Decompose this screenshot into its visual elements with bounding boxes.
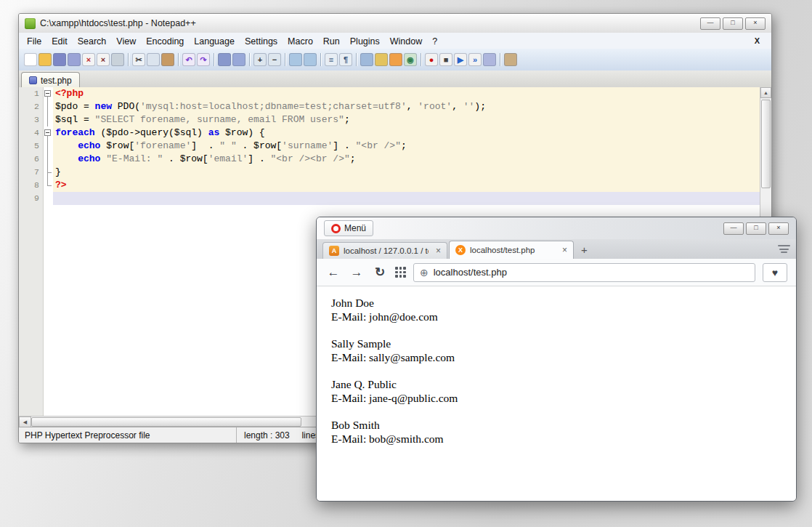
opera-menu-button[interactable]: Menü	[324, 220, 373, 236]
find-icon[interactable]	[218, 53, 231, 66]
menu-item-macro[interactable]: Macro	[283, 36, 318, 47]
user-name: Jane Q. Public	[331, 378, 796, 392]
stop-record-macro-icon[interactable]: ■	[439, 53, 452, 66]
close-button[interactable]: ×	[768, 222, 789, 235]
fold-marker[interactable]	[44, 126, 53, 140]
code-token: 'email'	[208, 153, 248, 164]
code-token: "E-Mail: "	[106, 153, 163, 164]
replace-icon[interactable]	[232, 53, 245, 66]
close-doc-icon[interactable]: ×	[82, 53, 95, 66]
function-list-icon[interactable]	[375, 53, 388, 66]
new-file-icon[interactable]	[24, 53, 37, 66]
close-tab-icon[interactable]: ×	[433, 246, 441, 256]
cut-icon[interactable]: ✂	[132, 53, 145, 66]
opera-titlebar[interactable]: Menü — □ ×	[317, 217, 796, 239]
word-wrap-icon[interactable]: ≡	[325, 53, 338, 66]
code-token: as	[208, 127, 220, 138]
open-folder-icon[interactable]	[38, 53, 52, 66]
maximize-button[interactable]: □	[746, 222, 766, 235]
code-token: echo	[78, 153, 100, 164]
browser-tab-active[interactable]: Xlocalhost/test.php×	[449, 241, 574, 259]
tab-menu-icon[interactable]	[778, 245, 790, 253]
menu-item-settings[interactable]: Settings	[240, 36, 283, 47]
folder-as-workspace-icon[interactable]	[389, 53, 402, 66]
code-line[interactable]: }	[53, 166, 760, 179]
scroll-left-icon[interactable]: ◀	[19, 417, 31, 427]
menu-item-plugins[interactable]: Plugins	[345, 36, 385, 47]
editor-tab-test-php[interactable]: test.php	[21, 72, 80, 88]
show-all-chars-icon[interactable]: ¶	[339, 53, 352, 66]
menu-item-help[interactable]: ?	[427, 36, 442, 47]
phpmyadmin-favicon: A	[329, 246, 339, 256]
line-number: 1	[19, 87, 39, 100]
minimize-button[interactable]: —	[700, 17, 720, 30]
menu-item-language[interactable]: Language	[189, 36, 240, 47]
vscroll-thumb[interactable]	[761, 100, 771, 188]
copy-icon[interactable]	[147, 53, 160, 66]
undo-icon[interactable]: ↶	[182, 53, 195, 66]
fold-marker	[44, 192, 53, 205]
zoom-in-icon[interactable]: +	[253, 53, 267, 66]
xampp-favicon: X	[455, 245, 466, 255]
speed-dial-icon[interactable]	[395, 267, 406, 278]
redo-icon[interactable]: ↷	[197, 53, 210, 66]
code-line[interactable]: echo $row['forename'] . " " . $row['surn…	[53, 140, 760, 153]
notepad-titlebar[interactable]: C:\xampp\htdocs\test.php - Notepad++ — □…	[19, 14, 771, 33]
code-token: ($pdo->query($sql)	[95, 127, 208, 138]
code-line[interactable]: echo "E-Mail: " . $row['email'] . "<br /…	[53, 153, 760, 166]
opera-tabbar: Alocalhost / 127.0.0.1 / test×Xlocalhost…	[317, 239, 796, 259]
saved-doc-icon	[29, 76, 37, 84]
code-token: ;	[401, 140, 407, 151]
tab-title: localhost/test.php	[470, 246, 555, 254]
save-macro-icon[interactable]	[483, 53, 496, 66]
notepadpp-icon	[25, 18, 36, 29]
code-line[interactable]: ?>	[53, 179, 760, 192]
code-line[interactable]: foreach ($pdo->query($sql) as $row) {	[53, 126, 760, 140]
menu-item-edit[interactable]: Edit	[46, 36, 73, 47]
menu-item-view[interactable]: View	[111, 36, 141, 47]
zoom-out-icon[interactable]: −	[268, 53, 281, 66]
browser-tab[interactable]: Alocalhost / 127.0.0.1 / test×	[322, 242, 447, 259]
doc-map-icon[interactable]	[360, 53, 373, 66]
notepad-tabbar: test.php	[19, 71, 771, 88]
run-macro-multiple-icon[interactable]: »	[468, 53, 482, 66]
code-line[interactable]: $pdo = new PDO('mysql:host=localhost;dbn…	[53, 100, 760, 113]
close-all-docs-icon[interactable]: ×	[97, 53, 110, 66]
line-number: 9	[19, 192, 39, 205]
plugin-icon[interactable]	[504, 53, 517, 66]
print-icon[interactable]	[111, 53, 124, 66]
start-record-macro-icon[interactable]: ●	[425, 53, 438, 66]
code-line[interactable]	[53, 192, 760, 205]
code-line[interactable]: $sql = "SELECT forename, surname, email …	[53, 113, 760, 126]
new-tab-button[interactable]: +	[575, 241, 593, 259]
menubar-close-doc-button[interactable]: X	[746, 36, 768, 45]
maximize-button[interactable]: □	[723, 17, 743, 30]
back-button[interactable]: ←	[325, 265, 341, 280]
sync-horizontal-icon[interactable]	[304, 53, 317, 66]
menu-item-run[interactable]: Run	[318, 36, 345, 47]
save-all-icon[interactable]	[68, 53, 81, 66]
bookmark-heart-button[interactable]: ♥	[763, 263, 787, 282]
minimize-button[interactable]: —	[723, 222, 744, 235]
address-bar[interactable]: ⊕ localhost/test.php	[413, 263, 755, 282]
address-text[interactable]: localhost/test.php	[434, 267, 507, 278]
play-macro-icon[interactable]: ▶	[454, 53, 467, 66]
scroll-up-icon[interactable]: ▲	[760, 87, 771, 98]
fold-marker	[44, 140, 53, 153]
fold-margin[interactable]	[44, 87, 53, 417]
paste-icon[interactable]	[161, 53, 174, 66]
menu-item-search[interactable]: Search	[73, 36, 112, 47]
code-line[interactable]: <?php	[53, 87, 760, 100]
menu-item-window[interactable]: Window	[385, 36, 427, 47]
close-tab-icon[interactable]: ×	[559, 245, 567, 255]
hscroll-thumb[interactable]	[31, 417, 301, 427]
menu-item-file[interactable]: File	[22, 36, 46, 47]
monitoring-eye-icon[interactable]: ◉	[404, 53, 417, 66]
save-icon[interactable]	[53, 53, 66, 66]
sync-vertical-icon[interactable]	[289, 53, 302, 66]
close-button[interactable]: ×	[745, 17, 766, 30]
menu-item-encoding[interactable]: Encoding	[141, 36, 189, 47]
reload-button[interactable]: ↻	[372, 265, 388, 280]
fold-marker[interactable]	[44, 87, 53, 100]
forward-button[interactable]: →	[349, 265, 365, 280]
